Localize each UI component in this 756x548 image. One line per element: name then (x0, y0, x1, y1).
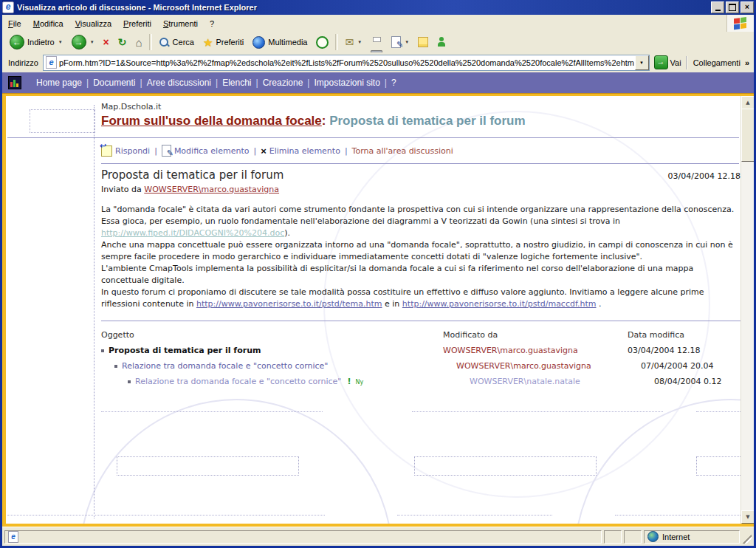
nav-impostazioni-sito[interactable]: Impostazioni sito (309, 78, 384, 88)
media-icon (252, 36, 265, 49)
forum-title-link[interactable]: Forum sull'uso della domanda focale (101, 114, 322, 128)
thread-author-link[interactable]: WOWSERVER\marco.guastavigna (456, 358, 641, 374)
status-bar: e Internet (2, 527, 754, 546)
menu-strumenti[interactable]: Strumenti (157, 17, 204, 30)
history-icon (316, 36, 329, 49)
post-title: Proposta di tematica per il forum (101, 168, 668, 182)
layout-guide-box (414, 456, 597, 476)
edit-button[interactable]: ✎ ▼ (387, 35, 413, 49)
topic-title: Proposta di tematica per il forum (326, 114, 525, 128)
edit-item-link[interactable]: ✎ Modifica elemento (162, 145, 250, 157)
site-nav-bar: Home page| Documenti| Aree discussioni| … (2, 72, 754, 93)
page-title: Forum sull'uso della domanda focale: Pro… (101, 114, 526, 129)
search-button[interactable]: Cerca (154, 35, 199, 49)
go-label: Vai (670, 58, 681, 67)
nav-creazione[interactable]: Creazione (258, 78, 308, 88)
forward-dropdown-icon[interactable]: ▼ (90, 40, 94, 44)
print-icon (371, 37, 382, 47)
go-arrow-icon: → (654, 55, 668, 69)
mail-dropdown-icon[interactable]: ▼ (357, 40, 362, 44)
discuss-icon (418, 37, 428, 47)
title-bar: e Visualizza articolo di discussione - M… (0, 0, 756, 15)
address-input[interactable]: e pForm.htm?ID=1&Source=http%3a%2f%2fmap… (43, 55, 650, 71)
mail-button[interactable]: ✉ ▼ (340, 35, 366, 49)
minimize-button[interactable] (711, 1, 724, 13)
links-label: Collegamenti (693, 58, 740, 67)
search-label: Cerca (173, 38, 194, 47)
fiped-link[interactable]: http://www.fiped.it/DIDACOGNI%20%204.doc (101, 228, 284, 238)
table-header-row: Oggetto Modificato da Data modifica (101, 327, 740, 343)
messenger-button[interactable] (433, 35, 450, 49)
vertical-scrollbar[interactable]: ▲ ▼ (740, 96, 754, 524)
body-text: L'ambiente CmapTools implementa la possi… (101, 264, 693, 285)
history-button[interactable] (312, 35, 333, 50)
menu-modifica[interactable]: Modifica (27, 17, 69, 30)
nav-elenchi[interactable]: Elenchi (218, 78, 255, 88)
page-content: Map.Dschola.it Forum sull'uso della doma… (2, 96, 754, 527)
menu-file[interactable]: File (2, 17, 27, 30)
scrollbar-thumb[interactable] (741, 109, 754, 162)
scroll-down-button[interactable]: ▼ (741, 510, 754, 524)
edit-item-label: Modifica elemento (174, 146, 250, 156)
layout-guide-line (615, 515, 740, 516)
favorites-button[interactable]: ★ Preferiti (199, 35, 248, 49)
layout-guide-line (696, 411, 740, 412)
site-logo-icon (8, 76, 21, 89)
table-row: Relazione tra domanda focale e "concetto… (101, 374, 740, 390)
edit-dropdown-icon[interactable]: ▼ (405, 40, 409, 44)
home-button[interactable]: ⌂ (131, 35, 147, 49)
post-body: La "domanda focale" è citata da vari aut… (101, 204, 740, 310)
nav-help[interactable]: ? (387, 78, 401, 88)
pavonerisorse-tema-link[interactable]: http://www.pavonerisorse.to.it/pstd/tema… (196, 299, 382, 309)
menu-visualizza[interactable]: Visualizza (69, 17, 117, 30)
thread-author-link[interactable]: WOWSERVER\marco.guastavigna (443, 343, 628, 358)
menu-help[interactable]: ? (204, 17, 220, 30)
resize-grip[interactable] (742, 530, 752, 544)
print-button[interactable] (366, 35, 387, 49)
close-button[interactable]: × (740, 1, 754, 13)
links-toolbar[interactable]: Collegamenti » (686, 56, 752, 69)
post-article: Proposta di tematica per il forum 03/04/… (101, 168, 740, 390)
toolbar-separator (149, 34, 152, 50)
nav-home-page[interactable]: Home page (32, 78, 86, 88)
browser-window: e Visualizza articolo di discussione - M… (0, 0, 756, 548)
favorites-label: Preferiti (216, 38, 244, 47)
forward-icon: → (72, 35, 86, 49)
layout-guide-box (117, 456, 299, 476)
search-icon (159, 37, 170, 48)
address-dropdown-button[interactable]: ▼ (635, 55, 649, 70)
new-item-icon: ! (347, 374, 351, 389)
nav-aree-discussioni[interactable]: Aree discussioni (142, 78, 216, 88)
back-button[interactable]: ← Indietro ▼ (5, 33, 67, 51)
refresh-button[interactable]: ↻ (114, 35, 131, 49)
discuss-button[interactable] (413, 35, 433, 49)
back-to-discussions-link[interactable]: Torna all'area discussioni (352, 146, 453, 156)
pavonerisorse-maccdf-link[interactable]: http://www.pavonerisorse.to.it/pstd/macc… (402, 299, 597, 309)
layout-guide-line (101, 411, 323, 412)
go-button[interactable]: → Vai (650, 55, 686, 69)
column-header-data-modifica: Data modifica (628, 327, 740, 343)
layout-guide-box (696, 456, 742, 476)
thread-author-link[interactable]: WOWSERVER\natale.natale (470, 374, 654, 389)
scroll-up-button[interactable]: ▲ (741, 96, 754, 109)
back-dropdown-icon[interactable]: ▼ (58, 40, 63, 44)
thread-subject-link[interactable]: Relazione tra domanda focale e "concetto… (135, 374, 341, 389)
links-chevron-icon[interactable]: » (745, 58, 749, 67)
post-author-link[interactable]: WOWSERVER\marco.guastavigna (144, 185, 279, 194)
windows-logo-throbber (726, 15, 754, 32)
standard-toolbar: ← Indietro ▼ → ▼ × ↻ ⌂ Cerca ★ Preferiti… (2, 32, 754, 53)
thread-subject-link[interactable]: Relazione tra domanda focale e "concetto… (122, 358, 328, 374)
action-separator: | (345, 146, 348, 156)
maximize-button[interactable] (726, 1, 739, 13)
menu-preferiti[interactable]: Preferiti (117, 17, 157, 30)
new-item-label: Ny (355, 374, 363, 390)
thread-date: 03/04/2004 12.18 (628, 343, 740, 358)
media-button[interactable]: Multimedia (248, 35, 312, 50)
stop-button[interactable]: × (99, 35, 114, 49)
body-text: Anche una mappa concettuale può essere o… (101, 240, 733, 261)
address-url[interactable]: pForm.htm?ID=1&Source=http%3a%2f%2fmap%2… (59, 58, 635, 67)
nav-documenti[interactable]: Documenti (89, 78, 140, 88)
reply-link[interactable]: ↩ Rispondi (101, 145, 150, 157)
delete-item-link[interactable]: × Elimina elemento (261, 146, 340, 156)
forward-button[interactable]: → ▼ (67, 33, 99, 51)
